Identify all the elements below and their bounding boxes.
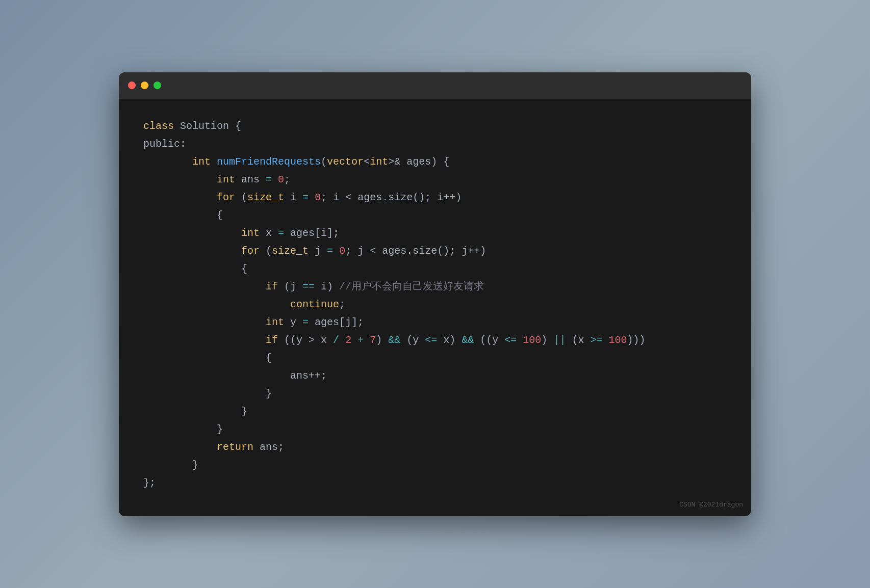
- code-line-7: int x = ages[i];: [143, 224, 727, 242]
- code-line-10: if (j == i) //用户不会向自己发送好友请求: [143, 278, 727, 296]
- code-line-19: return ans;: [143, 438, 727, 456]
- code-line-9: {: [143, 260, 727, 278]
- code-area: class Solution { public: int numFriendRe…: [119, 99, 751, 516]
- code-line-12: int y = ages[j];: [143, 313, 727, 331]
- code-line-5: for (size_t i = 0; i < ages.size(); i++): [143, 189, 727, 206]
- code-line-17: }: [143, 403, 727, 420]
- maximize-button[interactable]: [153, 82, 161, 89]
- code-line-4: int ans = 0;: [143, 171, 727, 189]
- code-line-11: continue;: [143, 296, 727, 313]
- code-line-6: {: [143, 206, 727, 224]
- code-line-18: }: [143, 420, 727, 438]
- minimize-button[interactable]: [141, 82, 148, 89]
- code-line-3: int numFriendRequests(vector<int>& ages)…: [143, 153, 727, 171]
- code-line-13: if ((y > x / 2 + 7) && (y <= x) && ((y <…: [143, 331, 727, 349]
- titlebar: [119, 72, 751, 99]
- code-line-16: }: [143, 385, 727, 403]
- code-line-15: ans++;: [143, 367, 727, 385]
- code-line-2: public:: [143, 135, 727, 153]
- code-line-14: {: [143, 349, 727, 367]
- code-window: class Solution { public: int numFriendRe…: [119, 72, 751, 516]
- code-line-21: };: [143, 474, 727, 492]
- code-line-20: }: [143, 456, 727, 474]
- close-button[interactable]: [128, 82, 136, 89]
- watermark: CSDN @2021dragon: [679, 499, 743, 511]
- code-line-1: class Solution {: [143, 117, 727, 135]
- code-line-8: for (size_t j = 0; j < ages.size(); j++): [143, 242, 727, 260]
